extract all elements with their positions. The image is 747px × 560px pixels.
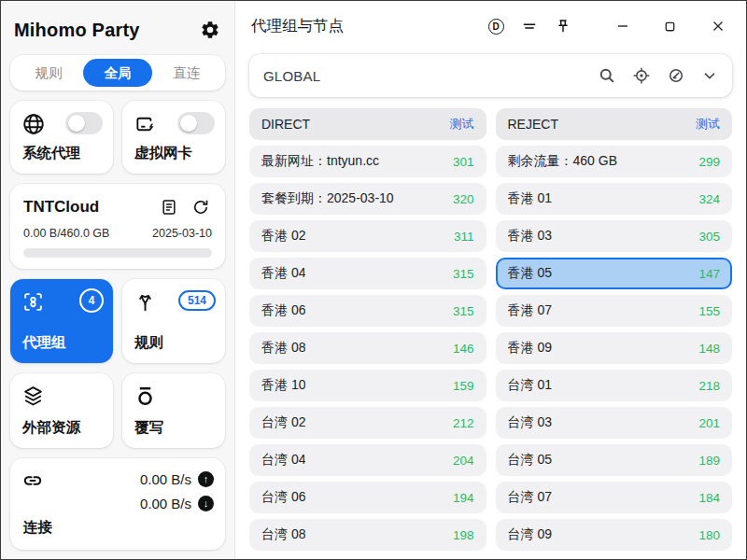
delay-sort-icon: D [488, 19, 504, 35]
node-latency: 324 [698, 192, 720, 206]
node-card[interactable]: 最新网址：tntyun.cc301 [249, 146, 486, 177]
sidebar-item-connections[interactable]: 0.00 B/s ↑ 0.00 B/s ↓ 连接 [10, 458, 225, 550]
node-card[interactable]: 香港 04315 [249, 258, 486, 289]
node-name: 香港 07 [508, 302, 552, 319]
profile-list-button[interactable] [158, 196, 180, 218]
node-grid: DIRECT测试REJECT测试最新网址：tntyun.cc301剩余流量：46… [235, 97, 746, 551]
download-arrow-icon: ↓ [198, 496, 214, 511]
node-name: 香港 02 [261, 228, 305, 245]
node-name: 台湾 07 [508, 489, 552, 506]
minimize-button[interactable] [601, 11, 643, 41]
node-test-button[interactable]: 测试 [450, 116, 474, 133]
group-header-global[interactable]: GLOBAL [249, 54, 732, 97]
node-card[interactable]: 香港 01324 [496, 183, 733, 215]
tab-direct-mode[interactable]: 直连 [152, 59, 221, 87]
sidebar-item-external-resources[interactable]: 外部资源 [10, 373, 113, 448]
node-card[interactable]: 香港 03305 [496, 220, 733, 252]
main-titlebar: 代理组与节点 D [235, 1, 746, 51]
locate-current-node-icon[interactable] [632, 66, 651, 85]
node-latency: 311 [454, 230, 474, 244]
tun-card[interactable]: 虚拟网卡 [122, 101, 225, 174]
profile-usage-progressbar [23, 248, 212, 258]
node-name: 香港 01 [508, 190, 552, 207]
node-card[interactable]: 台湾 04204 [249, 444, 486, 476]
sidebar-item-proxy-groups[interactable]: 4 代理组 [10, 279, 113, 363]
node-name: 剩余流量：460 GB [508, 153, 617, 170]
app-title: Mihomo Party [14, 20, 140, 41]
node-card[interactable]: 香港 10159 [249, 370, 486, 401]
node-test-button[interactable]: 测试 [696, 116, 720, 133]
node-card[interactable]: REJECT测试 [496, 108, 733, 140]
node-card[interactable]: 香港 06315 [249, 295, 486, 327]
document-icon [160, 198, 178, 217]
node-name: 台湾 09 [508, 526, 552, 543]
tun-toggle[interactable] [177, 112, 215, 134]
maximize-icon [663, 20, 677, 34]
layout-toggle-button[interactable] [515, 12, 543, 40]
node-card[interactable]: 台湾 02212 [249, 407, 486, 439]
node-card[interactable]: 香港 02311 [249, 220, 486, 252]
node-card[interactable]: 香港 07155 [496, 295, 733, 327]
node-card[interactable]: 台湾 05189 [496, 444, 733, 476]
node-card[interactable]: 台湾 01218 [496, 370, 733, 401]
node-name: 香港 09 [508, 340, 552, 357]
sidebar-item-override[interactable]: 覆写 [122, 373, 225, 448]
maximize-button[interactable] [649, 11, 691, 41]
node-name: 香港 04 [261, 265, 305, 282]
speed-readout: 0.00 B/s ↑ 0.00 B/s ↓ [140, 467, 214, 515]
upload-speed: 0.00 B/s [140, 471, 191, 487]
node-card[interactable]: 香港 05147 [496, 258, 733, 289]
node-latency: 301 [453, 155, 474, 169]
speed-test-icon[interactable] [667, 66, 685, 85]
node-card[interactable]: 香港 09148 [496, 332, 733, 364]
close-icon [711, 19, 726, 34]
sidebar: Mihomo Party 规则 全局 直连 [1, 1, 235, 559]
node-name: 台湾 08 [261, 526, 305, 543]
node-card[interactable]: 台湾 06194 [249, 482, 486, 513]
node-card[interactable]: 套餐到期：2025-03-10320 [249, 183, 486, 215]
node-name: DIRECT [261, 117, 310, 132]
tab-global-mode[interactable]: 全局 [83, 59, 152, 87]
node-name: REJECT [508, 117, 558, 132]
node-latency: 315 [453, 267, 474, 281]
node-name: 香港 10 [261, 377, 305, 394]
node-name: 香港 08 [261, 340, 305, 357]
sidebar-item-rules[interactable]: 514 规则 [122, 279, 225, 363]
node-latency: 189 [698, 454, 720, 468]
layers-icon [21, 385, 102, 408]
node-card[interactable]: 香港 08146 [249, 332, 486, 364]
profile-refresh-button[interactable] [190, 196, 212, 218]
node-card[interactable]: DIRECT测试 [249, 108, 486, 140]
node-name: 台湾 02 [261, 414, 305, 431]
group-name: GLOBAL [263, 68, 598, 84]
delay-sort-button[interactable]: D [482, 12, 510, 40]
proxy-groups-count-badge: 4 [79, 288, 104, 313]
node-card[interactable]: 剩余流量：460 GB299 [496, 146, 733, 177]
pin-button[interactable] [549, 12, 577, 40]
node-latency: 159 [453, 379, 474, 393]
close-button[interactable] [697, 11, 739, 41]
rules-label: 规则 [134, 333, 163, 353]
node-name: 台湾 06 [261, 489, 305, 506]
tab-rule-mode[interactable]: 规则 [14, 59, 83, 87]
upload-arrow-icon: ↑ [198, 471, 214, 487]
node-card[interactable]: 台湾 03201 [496, 407, 733, 439]
profile-card[interactable]: TNTCloud [10, 184, 225, 269]
minimize-icon [615, 19, 630, 34]
system-proxy-toggle[interactable] [65, 112, 103, 134]
refresh-icon [191, 198, 210, 217]
app-window: Mihomo Party 规则 全局 直连 [0, 0, 747, 560]
system-proxy-card[interactable]: 系统代理 [10, 101, 113, 174]
profile-name: TNTCloud [23, 198, 148, 217]
tun-label: 虚拟网卡 [134, 144, 192, 163]
search-icon[interactable] [598, 66, 616, 85]
node-card[interactable]: 台湾 08198 [249, 519, 486, 551]
node-latency: 148 [698, 342, 720, 356]
node-latency: 299 [698, 155, 720, 169]
node-card[interactable]: 台湾 09180 [496, 519, 733, 551]
node-card[interactable]: 台湾 07184 [496, 482, 733, 513]
node-name: 台湾 01 [508, 377, 552, 394]
chevron-down-icon[interactable] [701, 67, 718, 84]
settings-button[interactable] [199, 19, 221, 41]
node-name: 香港 03 [508, 228, 552, 245]
